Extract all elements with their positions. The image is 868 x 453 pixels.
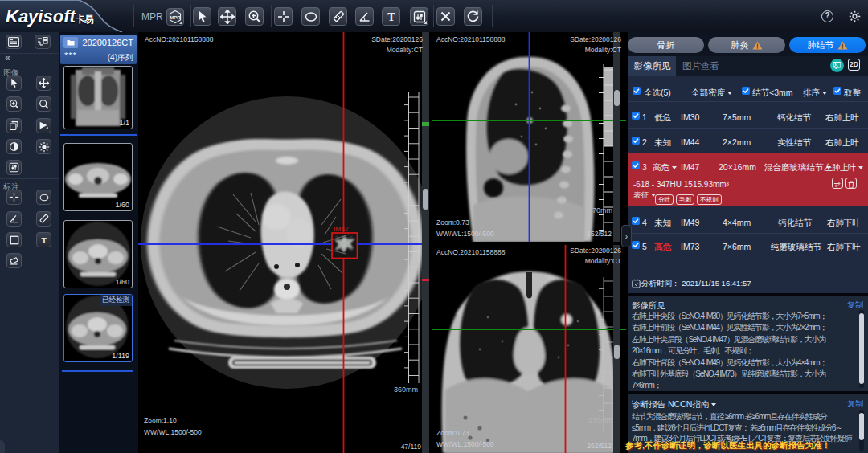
svg-text:T: T <box>387 11 395 23</box>
svg-text:MPR: MPR <box>170 15 181 20</box>
svg-text:IM47: IM47 <box>334 225 349 233</box>
svg-text:T: T <box>41 235 47 244</box>
